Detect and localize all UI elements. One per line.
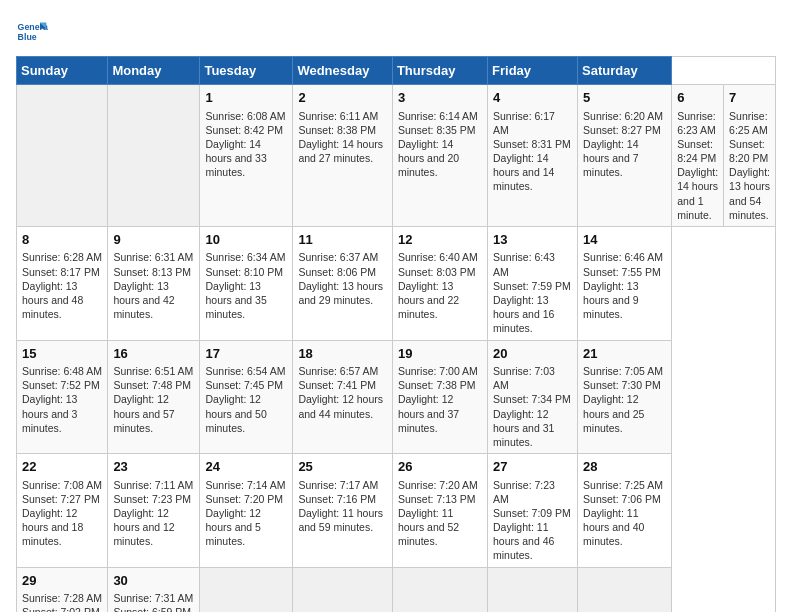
sunset-text: Sunset: 7:16 PM: [298, 492, 387, 506]
sunset-text: Sunset: 7:09 PM: [493, 506, 572, 520]
daylight-text: Daylight: 12 hours and 31 minutes.: [493, 407, 572, 450]
daylight-text: Daylight: 13 hours and 54 minutes.: [729, 165, 770, 222]
sunset-text: Sunset: 8:24 PM: [677, 137, 718, 165]
day-number: 5: [583, 89, 666, 107]
sunrise-text: Sunrise: 7:11 AM: [113, 478, 194, 492]
calendar-cell: 12Sunrise: 6:40 AMSunset: 8:03 PMDayligh…: [392, 226, 487, 340]
daylight-text: Daylight: 13 hours and 29 minutes.: [298, 279, 387, 307]
sunset-text: Sunset: 7:41 PM: [298, 378, 387, 392]
calendar-cell: 4Sunrise: 6:17 AMSunset: 8:31 PMDaylight…: [488, 85, 578, 227]
day-number: 14: [583, 231, 666, 249]
daylight-text: Daylight: 11 hours and 59 minutes.: [298, 506, 387, 534]
sunset-text: Sunset: 7:27 PM: [22, 492, 102, 506]
daylight-text: Daylight: 12 hours and 50 minutes.: [205, 392, 287, 435]
daylight-text: Daylight: 14 hours and 33 minutes.: [205, 137, 287, 180]
calendar-cell: 6Sunrise: 6:23 AMSunset: 8:24 PMDaylight…: [672, 85, 724, 227]
calendar-cell: 29Sunrise: 7:28 AMSunset: 7:02 PMDayligh…: [17, 567, 108, 612]
sunrise-text: Sunrise: 7:20 AM: [398, 478, 482, 492]
calendar-cell: 20Sunrise: 7:03 AMSunset: 7:34 PMDayligh…: [488, 340, 578, 454]
day-number: 8: [22, 231, 102, 249]
sunset-text: Sunset: 8:10 PM: [205, 265, 287, 279]
logo-icon: General Blue: [16, 16, 48, 48]
sunrise-text: Sunrise: 7:05 AM: [583, 364, 666, 378]
calendar-cell: [108, 85, 200, 227]
daylight-text: Daylight: 13 hours and 35 minutes.: [205, 279, 287, 322]
sunrise-text: Sunrise: 7:31 AM: [113, 591, 194, 605]
calendar-cell: 22Sunrise: 7:08 AMSunset: 7:27 PMDayligh…: [17, 454, 108, 568]
day-of-week-header: Wednesday: [293, 57, 393, 85]
sunset-text: Sunset: 7:55 PM: [583, 265, 666, 279]
svg-text:Blue: Blue: [18, 32, 37, 42]
calendar-cell: 19Sunrise: 7:00 AMSunset: 7:38 PMDayligh…: [392, 340, 487, 454]
sunset-text: Sunset: 7:30 PM: [583, 378, 666, 392]
calendar-cell: 5Sunrise: 6:20 AMSunset: 8:27 PMDaylight…: [578, 85, 672, 227]
day-number: 28: [583, 458, 666, 476]
sunset-text: Sunset: 8:42 PM: [205, 123, 287, 137]
sunset-text: Sunset: 7:06 PM: [583, 492, 666, 506]
calendar-cell: 13Sunrise: 6:43 AMSunset: 7:59 PMDayligh…: [488, 226, 578, 340]
sunrise-text: Sunrise: 6:23 AM: [677, 109, 718, 137]
sunset-text: Sunset: 6:59 PM: [113, 605, 194, 612]
day-number: 16: [113, 345, 194, 363]
sunset-text: Sunset: 8:27 PM: [583, 123, 666, 137]
calendar-cell: 21Sunrise: 7:05 AMSunset: 7:30 PMDayligh…: [578, 340, 672, 454]
sunset-text: Sunset: 7:45 PM: [205, 378, 287, 392]
day-number: 2: [298, 89, 387, 107]
daylight-text: Daylight: 12 hours and 5 minutes.: [205, 506, 287, 549]
sunrise-text: Sunrise: 6:11 AM: [298, 109, 387, 123]
daylight-text: Daylight: 14 hours and 7 minutes.: [583, 137, 666, 180]
daylight-text: Daylight: 14 hours and 14 minutes.: [493, 151, 572, 194]
calendar-week-row: 29Sunrise: 7:28 AMSunset: 7:02 PMDayligh…: [17, 567, 776, 612]
day-number: 29: [22, 572, 102, 590]
calendar-cell: 27Sunrise: 7:23 AMSunset: 7:09 PMDayligh…: [488, 454, 578, 568]
calendar-cell: 30Sunrise: 7:31 AMSunset: 6:59 PMDayligh…: [108, 567, 200, 612]
day-number: 9: [113, 231, 194, 249]
day-of-week-header: Sunday: [17, 57, 108, 85]
daylight-text: Daylight: 12 hours and 25 minutes.: [583, 392, 666, 435]
logo: General Blue: [16, 16, 52, 48]
sunrise-text: Sunrise: 6:20 AM: [583, 109, 666, 123]
sunset-text: Sunset: 7:02 PM: [22, 605, 102, 612]
sunrise-text: Sunrise: 7:23 AM: [493, 478, 572, 506]
sunset-text: Sunset: 7:38 PM: [398, 378, 482, 392]
calendar-cell: [578, 567, 672, 612]
sunrise-text: Sunrise: 6:51 AM: [113, 364, 194, 378]
page-header: General Blue: [16, 16, 776, 48]
day-number: 12: [398, 231, 482, 249]
calendar-cell: [488, 567, 578, 612]
sunset-text: Sunset: 7:34 PM: [493, 392, 572, 406]
sunset-text: Sunset: 7:59 PM: [493, 279, 572, 293]
day-number: 24: [205, 458, 287, 476]
daylight-text: Daylight: 14 hours and 27 minutes.: [298, 137, 387, 165]
calendar-cell: 1Sunrise: 6:08 AMSunset: 8:42 PMDaylight…: [200, 85, 293, 227]
calendar-week-row: 15Sunrise: 6:48 AMSunset: 7:52 PMDayligh…: [17, 340, 776, 454]
day-number: 3: [398, 89, 482, 107]
calendar-cell: 11Sunrise: 6:37 AMSunset: 8:06 PMDayligh…: [293, 226, 393, 340]
day-of-week-header: Monday: [108, 57, 200, 85]
daylight-text: Daylight: 11 hours and 40 minutes.: [583, 506, 666, 549]
sunrise-text: Sunrise: 6:43 AM: [493, 250, 572, 278]
day-number: 4: [493, 89, 572, 107]
sunrise-text: Sunrise: 7:28 AM: [22, 591, 102, 605]
day-number: 6: [677, 89, 718, 107]
daylight-text: Daylight: 14 hours and 1 minute.: [677, 165, 718, 222]
sunrise-text: Sunrise: 6:28 AM: [22, 250, 102, 264]
day-number: 15: [22, 345, 102, 363]
daylight-text: Daylight: 13 hours and 42 minutes.: [113, 279, 194, 322]
calendar-cell: 15Sunrise: 6:48 AMSunset: 7:52 PMDayligh…: [17, 340, 108, 454]
calendar-cell: 10Sunrise: 6:34 AMSunset: 8:10 PMDayligh…: [200, 226, 293, 340]
day-number: 18: [298, 345, 387, 363]
sunrise-text: Sunrise: 6:46 AM: [583, 250, 666, 264]
day-number: 17: [205, 345, 287, 363]
sunrise-text: Sunrise: 6:14 AM: [398, 109, 482, 123]
calendar-week-row: 22Sunrise: 7:08 AMSunset: 7:27 PMDayligh…: [17, 454, 776, 568]
daylight-text: Daylight: 12 hours and 57 minutes.: [113, 392, 194, 435]
sunset-text: Sunset: 8:35 PM: [398, 123, 482, 137]
daylight-text: Daylight: 11 hours and 46 minutes.: [493, 520, 572, 563]
sunset-text: Sunset: 7:23 PM: [113, 492, 194, 506]
sunrise-text: Sunrise: 6:40 AM: [398, 250, 482, 264]
sunrise-text: Sunrise: 7:03 AM: [493, 364, 572, 392]
calendar-cell: 16Sunrise: 6:51 AMSunset: 7:48 PMDayligh…: [108, 340, 200, 454]
daylight-text: Daylight: 12 hours and 18 minutes.: [22, 506, 102, 549]
daylight-text: Daylight: 12 hours and 37 minutes.: [398, 392, 482, 435]
